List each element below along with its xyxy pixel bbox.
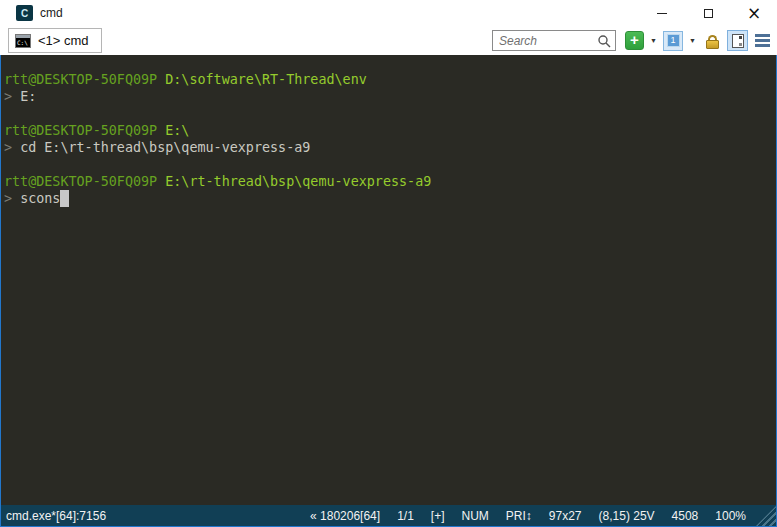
status-item[interactable]: 1/1 [397, 509, 414, 523]
terminal-line: > cd E:\rt-thread\bsp\qemu-vexpress-a9 [4, 139, 776, 156]
close-icon: × [747, 5, 761, 22]
tab-label: <1> cmd [38, 33, 89, 48]
terminal-line: > E: [4, 88, 776, 105]
window-title: cmd [40, 6, 63, 20]
conemu-window: C cmd × C:\ <1> cmd [0, 0, 777, 527]
search-input[interactable] [499, 34, 597, 48]
status-items: « 180206[64]1/1[+]NUMPRI↕97x27(8,15) 25V… [293, 509, 746, 523]
tab-cmd[interactable]: C:\ <1> cmd [8, 28, 102, 53]
hamburger-icon [755, 34, 770, 37]
terminal-line [4, 105, 776, 122]
window-number-button[interactable]: 1 [663, 31, 683, 51]
status-item[interactable]: 97x27 [549, 509, 582, 523]
status-item[interactable]: PRI↕ [506, 509, 532, 523]
status-bar: cmd.exe*[64]:7156 « 180206[64]1/1[+]NUMP… [0, 505, 777, 527]
terminal-line [4, 156, 776, 173]
search-icon [597, 34, 611, 48]
status-item[interactable]: [+] [431, 509, 445, 523]
text-cursor [60, 190, 68, 207]
search-box[interactable] [492, 30, 616, 51]
maximize-icon [704, 9, 713, 18]
status-item[interactable]: NUM [462, 509, 489, 523]
status-item[interactable]: 100% [715, 509, 746, 523]
terminal-line: > scons [4, 190, 776, 207]
menu-button[interactable] [753, 31, 771, 51]
status-process[interactable]: cmd.exe*[64]:7156 [6, 509, 106, 523]
status-item[interactable]: « 180206[64] [310, 509, 380, 523]
maximize-button[interactable] [685, 0, 731, 26]
window-dropdown-icon[interactable]: ▼ [688, 37, 697, 44]
resize-grip-icon[interactable] [756, 506, 776, 526]
new-console-dropdown-icon[interactable]: ▼ [649, 37, 658, 44]
tab-bar: C:\ <1> cmd + ▼ 1 ▼ [0, 26, 777, 55]
new-console-button[interactable]: + [625, 31, 644, 50]
terminal-line: rtt@DESKTOP-50FQ09P E:\ [4, 122, 776, 139]
status-item[interactable]: 4508 [672, 509, 699, 523]
window-controls: × [639, 0, 777, 26]
minimize-button[interactable] [639, 0, 685, 26]
lock-button[interactable] [702, 31, 722, 51]
panel-icon [732, 34, 744, 48]
cmd-console-icon: C:\ [15, 34, 31, 48]
status-item[interactable]: (8,15) 25V [599, 509, 655, 523]
minimize-icon [657, 13, 667, 14]
terminal-area[interactable]: rtt@DESKTOP-50FQ09P D:\software\RT-Threa… [0, 55, 777, 505]
terminal-line: rtt@DESKTOP-50FQ09P E:\rt-thread\bsp\qem… [4, 173, 776, 190]
view-toggle-button[interactable] [727, 30, 748, 51]
window-number-icon: 1 [667, 34, 680, 47]
close-button[interactable]: × [731, 0, 777, 26]
terminal-output: rtt@DESKTOP-50FQ09P D:\software\RT-Threa… [4, 71, 776, 207]
tab-toolbar: + ▼ 1 ▼ [492, 30, 771, 51]
terminal-line: rtt@DESKTOP-50FQ09P D:\software\RT-Threa… [4, 71, 776, 88]
titlebar: C cmd × [0, 0, 777, 26]
conemu-app-icon: C [16, 5, 33, 21]
